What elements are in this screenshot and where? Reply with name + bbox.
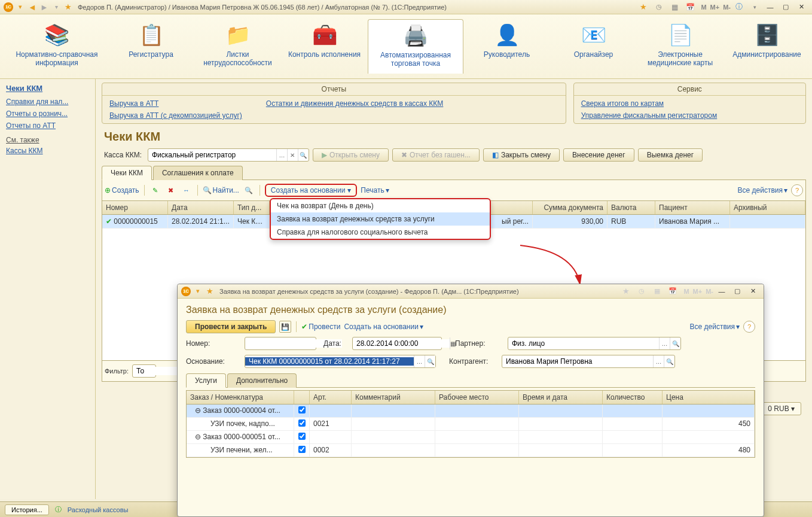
- nav-item-reference[interactable]: 📚 Нормативно-справочная информация: [6, 19, 108, 74]
- search-icon[interactable]: 🔍: [664, 355, 674, 367]
- kassa-combo[interactable]: … ✕ 🔍: [148, 148, 309, 162]
- ellipsis-icon[interactable]: …: [653, 355, 664, 367]
- dropdown-icon[interactable]: ▾: [193, 287, 203, 296]
- child-create-based-dropdown[interactable]: Создать на основании▾: [344, 323, 423, 331]
- sidebar-link-0[interactable]: Справки для нал...: [6, 98, 89, 106]
- close-icon[interactable]: ✕: [796, 2, 806, 12]
- calendar-icon[interactable]: 📅: [668, 287, 677, 296]
- mem-m[interactable]: M: [683, 288, 689, 295]
- mem-mplus[interactable]: M+: [693, 288, 703, 295]
- maximize-icon[interactable]: ▢: [781, 2, 790, 12]
- post-button[interactable]: ✔Провести: [301, 323, 340, 331]
- create-based-dropdown[interactable]: Создать на основании▾: [265, 184, 358, 197]
- ccol-art[interactable]: Арт.: [310, 391, 352, 404]
- tab-agreements[interactable]: Соглашения к оплате: [153, 166, 243, 180]
- kassa-ellipsis-icon[interactable]: …: [276, 149, 287, 161]
- row-checkbox[interactable]: [298, 446, 306, 453]
- print-dropdown[interactable]: Печать▾: [361, 186, 389, 194]
- number-field[interactable]: [245, 337, 316, 350]
- fav-add-icon[interactable]: ★: [639, 2, 648, 12]
- all-actions-dropdown[interactable]: Все действия▾: [738, 186, 787, 194]
- menu-item-tax-cert[interactable]: Справка для налогового социального вычет…: [271, 226, 490, 239]
- sidebar-title[interactable]: Чеки ККМ: [6, 84, 89, 93]
- col-sum[interactable]: Сумма документа: [533, 201, 608, 214]
- help-icon[interactable]: ?: [743, 321, 755, 333]
- ccol-datetime[interactable]: Время и дата: [519, 391, 603, 404]
- ellipsis-icon[interactable]: …: [659, 337, 670, 349]
- mem-m[interactable]: M: [701, 4, 706, 11]
- ccol-comment[interactable]: Комментарий: [352, 391, 435, 404]
- find-button[interactable]: 🔍Найти...: [203, 186, 239, 194]
- service-link-1[interactable]: Управление фискальным регистратором: [581, 111, 718, 120]
- nav-item-sick-leave[interactable]: 📁 Листки нетрудоспособности: [194, 19, 281, 74]
- favorite-icon[interactable]: ★: [205, 287, 215, 296]
- nav-item-organizer[interactable]: 📧 Органайзер: [550, 19, 637, 74]
- kassa-clear-icon[interactable]: ✕: [287, 149, 298, 161]
- nav-item-control[interactable]: 🧰 Контроль исполнения: [281, 19, 368, 74]
- nav-item-manager[interactable]: 👤 Руководитель: [463, 19, 550, 74]
- ellipsis-icon[interactable]: …: [414, 355, 425, 367]
- ccol-order[interactable]: Заказ / Номенклатура: [187, 391, 294, 404]
- basis-field[interactable]: …🔍: [245, 355, 436, 368]
- child-tab-additional[interactable]: Дополнительно: [227, 373, 297, 388]
- ccol-workplace[interactable]: Рабочее место: [435, 391, 519, 404]
- history-button[interactable]: История...: [5, 504, 49, 515]
- calendar-icon[interactable]: 📅: [685, 2, 695, 12]
- col-type[interactable]: Тип д...: [234, 201, 270, 214]
- maximize-icon[interactable]: ▢: [732, 287, 742, 296]
- kassa-input[interactable]: [148, 151, 276, 159]
- service-link-0[interactable]: Сверка итогов по картам: [581, 99, 718, 108]
- ccol-price[interactable]: Цена: [663, 391, 755, 404]
- date-field[interactable]: ▦: [352, 337, 442, 350]
- tab-receipts[interactable]: Чеки ККМ: [102, 166, 152, 180]
- search-icon[interactable]: 🔍: [670, 337, 680, 349]
- status-doc-link[interactable]: Расходный кассовы: [68, 506, 129, 513]
- child-all-actions[interactable]: Все действия▾: [690, 323, 740, 331]
- info-dropdown-icon[interactable]: ▾: [750, 2, 759, 12]
- row-checkbox[interactable]: [298, 406, 306, 413]
- post-close-button[interactable]: Провести и закрыть: [186, 320, 276, 333]
- nav-item-pos[interactable]: 🖨️ Автоматизированная торговая точка: [368, 19, 463, 74]
- close-icon[interactable]: ✕: [748, 287, 758, 296]
- child-tab-services[interactable]: Услуги: [186, 373, 226, 388]
- col-number[interactable]: Номер: [102, 201, 168, 214]
- mem-mplus[interactable]: M+: [710, 4, 720, 11]
- clock-icon[interactable]: ◷: [654, 2, 664, 12]
- report-link-2[interactable]: Остатки и движения денежных средств в ка…: [266, 99, 444, 108]
- table-row[interactable]: ⊖ Заказ 0000-000051 от...: [187, 431, 755, 444]
- delete-icon[interactable]: ✖: [165, 184, 177, 196]
- ccol-check[interactable]: [294, 391, 310, 404]
- row-checkbox[interactable]: [298, 433, 306, 440]
- calculator-icon[interactable]: ▦: [652, 287, 662, 296]
- table-row[interactable]: УЗИ почек, надпо...0021450: [187, 418, 755, 431]
- col-archive[interactable]: Архивный: [730, 201, 805, 214]
- filter-combo[interactable]: [132, 364, 156, 378]
- chevron-down-icon[interactable]: ▾: [791, 405, 795, 413]
- search-icon[interactable]: 🔍: [425, 355, 435, 367]
- minimize-icon[interactable]: —: [765, 2, 775, 12]
- menu-item-refund-request[interactable]: Заявка на возврат денежных средств за ус…: [271, 212, 490, 226]
- menu-item-return-same-day[interactable]: Чек на возврат (День в день): [271, 199, 490, 212]
- save-icon[interactable]: 💾: [279, 321, 291, 333]
- table-row[interactable]: ⊖ Заказ 0000-000004 от...: [187, 405, 755, 418]
- minimize-icon[interactable]: —: [717, 287, 726, 296]
- sidebar-link-2[interactable]: Отчеты по АТТ: [6, 121, 89, 130]
- fav-add-icon[interactable]: ★: [621, 287, 631, 296]
- create-button[interactable]: ⊕Создать: [105, 186, 139, 194]
- help-icon[interactable]: ?: [791, 184, 803, 196]
- report-no-quench-button[interactable]: ✖Отчет без гашен...: [392, 148, 480, 162]
- info-icon[interactable]: ⓘ: [734, 2, 744, 12]
- table-row[interactable]: УЗИ печени, жел...0002480: [187, 444, 755, 457]
- contractor-field[interactable]: …🔍: [502, 355, 675, 368]
- kassa-search-icon[interactable]: 🔍: [298, 149, 309, 161]
- nav-item-admin[interactable]: 🗄️ Администрирование: [724, 19, 810, 74]
- col-currency[interactable]: Валюта: [608, 201, 655, 214]
- clock-icon[interactable]: ◷: [637, 287, 646, 296]
- nav-dropdown-icon[interactable]: ▾: [51, 2, 61, 12]
- mem-mminus[interactable]: M-: [723, 4, 731, 11]
- row-checkbox[interactable]: [298, 419, 306, 427]
- close-shift-button[interactable]: ◧Закрыть смену: [483, 148, 560, 162]
- nav-forward-icon[interactable]: ►: [39, 2, 49, 12]
- partner-field[interactable]: …🔍: [508, 337, 681, 350]
- refresh-icon[interactable]: ↔: [181, 184, 193, 196]
